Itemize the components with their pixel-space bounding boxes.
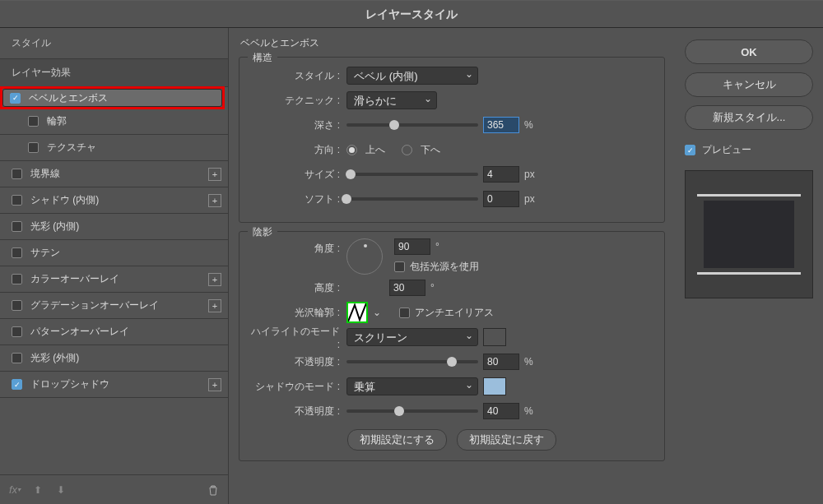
style-item-outer-glow[interactable]: 光彩 (外側): [0, 345, 228, 372]
checkbox[interactable]: [12, 274, 22, 284]
shadow-opacity-input[interactable]: [483, 403, 519, 419]
add-icon[interactable]: +: [208, 273, 221, 286]
highlight-opacity-label: 不透明度 :: [248, 355, 346, 369]
checkbox[interactable]: [12, 326, 22, 337]
size-label: サイズ :: [248, 168, 346, 182]
soften-slider[interactable]: [346, 197, 478, 201]
checkbox[interactable]: [28, 116, 39, 127]
layer-effects-header[interactable]: レイヤー効果: [0, 59, 228, 87]
highlight-mode-select[interactable]: スクリーン: [346, 328, 478, 346]
angle-wheel[interactable]: [346, 238, 383, 275]
add-icon[interactable]: +: [208, 168, 221, 181]
angle-input[interactable]: [394, 238, 430, 255]
soften-input[interactable]: [483, 191, 519, 207]
checkbox[interactable]: [12, 300, 22, 311]
global-light-checkbox[interactable]: [394, 261, 405, 272]
make-default-button[interactable]: 初期設定にする: [347, 429, 447, 451]
direction-down-label: 下へ: [421, 143, 440, 157]
size-slider[interactable]: [346, 173, 478, 176]
style-item-inner-glow[interactable]: 光彩 (内側): [0, 214, 228, 240]
style-label: 輪郭: [47, 114, 221, 128]
size-input[interactable]: [483, 166, 519, 183]
style-label: 光彩 (内側): [30, 220, 221, 234]
direction-down-radio[interactable]: [402, 145, 412, 155]
highlight-opacity-input[interactable]: [483, 354, 519, 370]
shadow-color-swatch[interactable]: [483, 377, 506, 395]
styles-header[interactable]: スタイル: [0, 28, 228, 59]
technique-select[interactable]: 滑らかに: [346, 91, 437, 109]
checkbox[interactable]: [12, 195, 22, 206]
depth-slider[interactable]: [346, 123, 478, 127]
shadow-opacity-slider[interactable]: [346, 409, 478, 413]
chevron-down-icon[interactable]: ⌄: [373, 307, 381, 318]
checkbox[interactable]: [12, 221, 22, 232]
style-item-pattern-overlay[interactable]: パターンオーバーレイ: [0, 319, 228, 345]
global-light-label: 包括光源を使用: [410, 260, 479, 274]
new-style-button[interactable]: 新規スタイル...: [685, 105, 813, 130]
panel-title: ベベルとエンボス: [240, 36, 665, 50]
ok-button[interactable]: OK: [685, 39, 813, 64]
styles-sidebar: スタイル レイヤー効果 ✓ ベベルとエンボス 輪郭 テクスチャ 境界線 +: [0, 28, 229, 504]
fx-icon[interactable]: fx▾: [8, 483, 21, 497]
style-label: ドロップシャドウ: [30, 377, 208, 391]
angle-label: 角度 :: [248, 238, 346, 256]
add-icon[interactable]: +: [208, 194, 221, 207]
style-label: パターンオーバーレイ: [30, 325, 221, 339]
move-down-icon[interactable]: ⬇: [54, 483, 67, 497]
shadow-mode-label: シャドウのモード :: [248, 380, 346, 394]
preview-thumbnail: [685, 170, 813, 298]
depth-input[interactable]: [483, 117, 519, 133]
direction-up-radio[interactable]: [346, 145, 357, 155]
style-item-texture[interactable]: テクスチャ: [0, 135, 228, 161]
gloss-contour-picker[interactable]: [346, 302, 368, 323]
style-label: 境界線: [30, 167, 208, 181]
style-item-drop-shadow[interactable]: ✓ ドロップシャドウ +: [0, 372, 228, 398]
move-up-icon[interactable]: ⬆: [31, 483, 44, 497]
checkbox[interactable]: [12, 247, 22, 258]
preview-checkbox[interactable]: ✓: [685, 145, 695, 155]
angle-unit: °: [435, 241, 439, 252]
style-item-contour[interactable]: 輪郭: [0, 109, 228, 135]
soften-unit: px: [524, 193, 535, 205]
reset-default-button[interactable]: 初期設定に戻す: [457, 429, 556, 451]
antialias-checkbox[interactable]: [399, 307, 410, 318]
style-item-color-overlay[interactable]: カラーオーバーレイ +: [0, 266, 228, 293]
technique-label: テクニック :: [248, 94, 346, 108]
checkbox[interactable]: [12, 353, 22, 363]
shading-group: 陰影 角度 : ° 包括光源を使用: [239, 231, 665, 461]
add-icon[interactable]: +: [208, 299, 221, 312]
checkbox[interactable]: ✓: [12, 379, 22, 390]
shadow-mode-select[interactable]: 乗算: [346, 377, 478, 395]
style-item-satin[interactable]: サテン: [0, 240, 228, 266]
shading-title: 陰影: [248, 225, 277, 239]
style-label: スタイル :: [248, 69, 346, 83]
checkbox-bevel[interactable]: ✓: [10, 93, 21, 104]
style-label: サテン: [30, 246, 221, 260]
style-label: 光彩 (外側): [30, 351, 221, 365]
direction-label: 方向 :: [248, 143, 346, 157]
style-label: カラーオーバーレイ: [30, 272, 208, 286]
altitude-input[interactable]: [389, 280, 425, 296]
altitude-label: 高度 :: [248, 281, 346, 295]
style-item-inner-shadow[interactable]: シャドウ (内側) +: [0, 187, 228, 214]
style-label: グラデーションオーバーレイ: [30, 298, 208, 312]
highlight-mode-label: ハイライトのモード :: [248, 325, 346, 350]
trash-icon[interactable]: [207, 483, 220, 497]
checkbox[interactable]: [12, 169, 22, 179]
style-item-stroke[interactable]: 境界線 +: [0, 161, 228, 187]
style-item-gradient-overlay[interactable]: グラデーションオーバーレイ +: [0, 293, 228, 319]
structure-group: 構造 スタイル : ベベル (内側) テクニック : 滑らかに 深さ : % 方…: [239, 57, 665, 223]
style-label: テクスチャ: [47, 141, 221, 155]
highlight-box: ✓ ベベルとエンボス: [0, 86, 225, 109]
checkbox[interactable]: [28, 142, 39, 153]
add-icon[interactable]: +: [208, 378, 221, 391]
style-item-bevel-emboss[interactable]: ✓ ベベルとエンボス: [2, 89, 222, 107]
cancel-button[interactable]: キャンセル: [685, 72, 813, 97]
highlight-color-swatch[interactable]: [483, 328, 506, 346]
highlight-opacity-slider[interactable]: [346, 360, 478, 363]
style-select[interactable]: ベベル (内側): [346, 67, 478, 85]
direction-up-label: 上へ: [365, 143, 385, 157]
gloss-contour-label: 光沢輪郭 :: [248, 306, 346, 320]
antialias-label: アンチエイリアス: [415, 306, 494, 320]
preview-label: プレビュー: [702, 143, 751, 157]
